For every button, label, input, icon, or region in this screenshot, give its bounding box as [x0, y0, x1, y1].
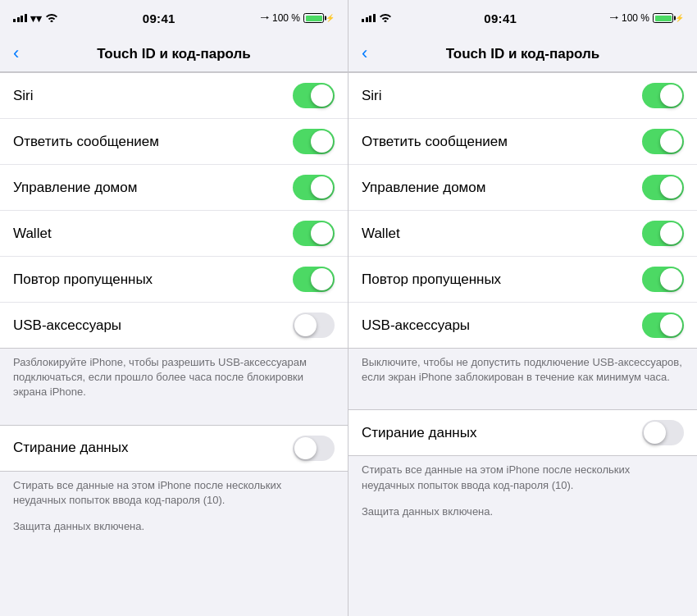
siri-label-left: Siri: [13, 88, 34, 104]
row-usb-left: USB-аксессуары: [0, 303, 348, 348]
siri-toggle-left[interactable]: [293, 83, 335, 108]
signal-icon: [13, 14, 27, 22]
row-usb-right: USB-аксессуары: [348, 303, 697, 348]
status-right-left: ⭢ 100 % ⚡: [260, 12, 335, 24]
home-label-right: Управление домом: [362, 180, 485, 196]
nav-bar-right: ‹ Touch ID и код-пароль: [348, 36, 697, 72]
reply-label-right: Ответить сообщением: [362, 134, 508, 150]
row-erase-right: Стирание данных: [348, 410, 697, 455]
status-right-right: ⭢ 100 % ⚡: [609, 12, 684, 24]
status-left-right: [362, 12, 392, 25]
nav-bar-left: ‹ Touch ID и код-пароль: [0, 36, 348, 72]
time-left: 09:41: [143, 11, 175, 25]
chevron-left-icon: ‹: [13, 44, 19, 62]
reply-label-left: Ответить сообщением: [13, 134, 159, 150]
back-button-left[interactable]: ‹: [13, 45, 19, 62]
wallet-label-left: Wallet: [13, 226, 52, 242]
erase-toggle-right[interactable]: [642, 420, 684, 445]
row-reply-left: Ответить сообщением: [0, 119, 348, 165]
wifi-symbol: [45, 12, 58, 25]
wifi-symbol-right: [379, 12, 392, 25]
reply-toggle-left[interactable]: [293, 129, 335, 154]
usb-note-left: Разблокируйте iPhone, чтобы разрешить US…: [0, 349, 348, 412]
home-label-left: Управление домом: [13, 180, 137, 196]
left-panel: ▾▾ 09:41 ⭢ 100 % ⚡ ‹ Touch ID и код-паро…: [0, 0, 348, 616]
chevron-left-icon-right: ‹: [362, 44, 367, 62]
battery-percent-right: 100 %: [622, 12, 649, 24]
spacer1-left: [0, 412, 348, 425]
row-missed-left: Повтор пропущенных: [0, 257, 348, 303]
erase-label-right: Стирание данных: [362, 425, 476, 441]
status-bar-left: ▾▾ 09:41 ⭢ 100 % ⚡: [0, 0, 348, 36]
protection-note-right: Защита данных включена.: [348, 504, 697, 531]
siri-toggle-right[interactable]: [642, 83, 684, 108]
row-home-right: Управление домом: [348, 165, 697, 211]
usb-label-left: USB-аксессуары: [13, 317, 121, 334]
page-title-left: Touch ID и код-пароль: [97, 46, 251, 62]
usb-note-right: Выключите, чтобы не допустить подключени…: [348, 349, 697, 396]
missed-toggle-right[interactable]: [642, 267, 684, 292]
status-left: ▾▾: [13, 12, 58, 25]
signal-icon-right: [362, 14, 376, 22]
row-erase-left: Стирание данных: [0, 426, 348, 471]
row-home-left: Управление домом: [0, 165, 348, 211]
main-section-left: Siri Ответить сообщением Управление домо…: [0, 72, 348, 349]
location-icon-right: ⭢: [609, 13, 618, 23]
battery-right: ⚡: [653, 13, 684, 23]
protection-note-left: Защита данных включена.: [0, 519, 348, 545]
content-right: Siri Ответить сообщением Управление домо…: [348, 72, 697, 616]
erase-note-left: Стирать все данные на этом iPhone после …: [0, 472, 348, 519]
status-bar-right: 09:41 ⭢ 100 % ⚡: [348, 0, 697, 36]
home-toggle-left[interactable]: [293, 175, 335, 200]
spacer1-right: [348, 396, 697, 409]
erase-toggle-left[interactable]: [293, 436, 335, 461]
row-wallet-right: Wallet: [348, 211, 697, 257]
row-siri-left: Siri: [0, 73, 348, 119]
wallet-label-right: Wallet: [362, 226, 400, 242]
row-siri-right: Siri: [348, 73, 697, 119]
location-icon: ⭢: [260, 13, 269, 23]
reply-toggle-right[interactable]: [642, 129, 684, 154]
siri-label-right: Siri: [362, 88, 382, 104]
back-button-right[interactable]: ‹: [362, 45, 367, 62]
missed-label-left: Повтор пропущенных: [13, 271, 153, 288]
wallet-toggle-left[interactable]: [293, 221, 335, 246]
right-panel: 09:41 ⭢ 100 % ⚡ ‹ Touch ID и код-пароль …: [348, 0, 697, 616]
battery-percent-left: 100 %: [272, 12, 300, 24]
page-title-right: Touch ID и код-пароль: [446, 46, 600, 62]
missed-label-right: Повтор пропущенных: [362, 271, 501, 288]
usb-toggle-left[interactable]: [293, 313, 335, 338]
bolt-icon-right: ⚡: [675, 14, 684, 22]
erase-section-right: Стирание данных: [348, 409, 697, 456]
wifi-icon: ▾▾: [30, 12, 42, 25]
battery-left: ⚡: [303, 13, 335, 23]
home-toggle-right[interactable]: [642, 175, 684, 200]
usb-label-right: USB-аксессуары: [362, 317, 470, 334]
main-section-right: Siri Ответить сообщением Управление домо…: [348, 72, 697, 349]
row-reply-right: Ответить сообщением: [348, 119, 697, 165]
erase-label-left: Стирание данных: [13, 440, 128, 456]
missed-toggle-left[interactable]: [293, 267, 335, 292]
wallet-toggle-right[interactable]: [642, 221, 684, 246]
erase-note-right: Стирать все данные на этом iPhone после …: [348, 456, 697, 504]
erase-section-left: Стирание данных: [0, 425, 348, 472]
row-wallet-left: Wallet: [0, 211, 348, 257]
bolt-icon: ⚡: [326, 14, 335, 22]
content-left: Siri Ответить сообщением Управление домо…: [0, 72, 348, 616]
row-missed-right: Повтор пропущенных: [348, 257, 697, 303]
time-right: 09:41: [484, 11, 517, 25]
usb-toggle-right[interactable]: [642, 313, 684, 338]
